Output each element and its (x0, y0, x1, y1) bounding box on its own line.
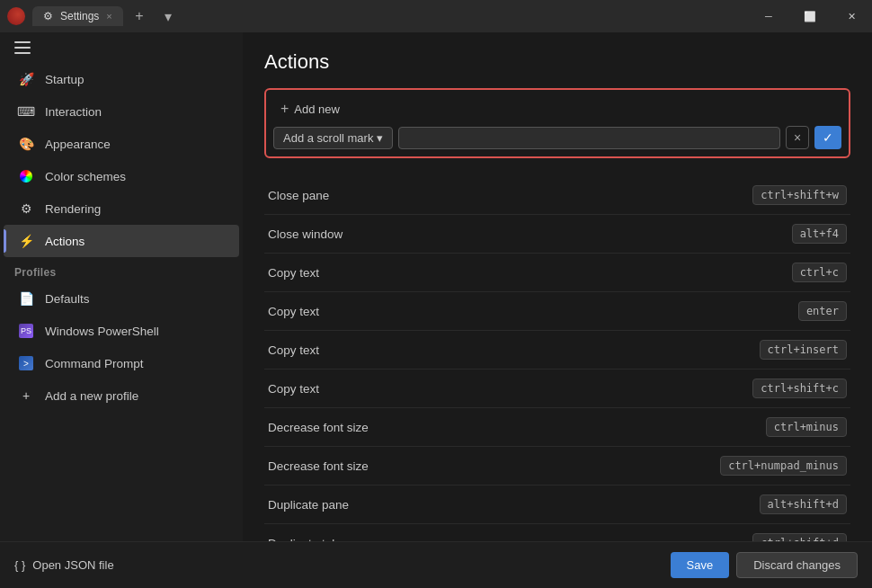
sidebar-item-powershell[interactable]: PS Windows PowerShell (4, 315, 239, 347)
actions-icon: ⚡ (18, 233, 34, 249)
sidebar-label-startup: Startup (45, 73, 85, 86)
sidebar-item-command-prompt[interactable]: > Command Prompt (4, 347, 239, 379)
sidebar-item-interaction[interactable]: ⌨ Interaction (4, 95, 239, 128)
sidebar-label-rendering: Rendering (45, 202, 101, 216)
scroll-mark-row: Add a scroll mark ▾ × ✓ (273, 126, 841, 149)
active-indicator (4, 229, 6, 252)
open-json-label: Open JSON file (32, 558, 113, 572)
new-tab-button[interactable]: + (127, 5, 152, 27)
rendering-icon: ⚙ (18, 200, 34, 217)
sidebar-label-interaction: Interaction (45, 105, 102, 119)
sidebar-item-defaults[interactable]: 📄 Defaults (4, 282, 239, 315)
color-schemes-icon (18, 168, 34, 184)
settings-tab[interactable]: ⚙ Settings × (32, 6, 123, 26)
action-shortcut: enter (798, 301, 847, 321)
sidebar-item-startup[interactable]: 🚀 Startup (4, 63, 239, 95)
titlebar: ⚙ Settings × + ▾ ─ ⬜ ✕ (0, 0, 872, 32)
plus-icon: + (280, 101, 289, 117)
close-tab-button[interactable]: × (106, 11, 111, 22)
table-row: Decrease font size ctrl+minus (264, 408, 850, 447)
sidebar-label-add-profile: Add a new profile (45, 389, 138, 403)
interaction-icon: ⌨ (18, 103, 34, 120)
action-name: Copy text (268, 266, 319, 280)
bottombar: { } Open JSON file Save Discard changes (0, 541, 872, 588)
startup-icon: 🚀 (18, 71, 34, 87)
add-new-label: Add new (294, 102, 340, 116)
sidebar-label-color-schemes: Color schemes (45, 170, 126, 183)
hamburger-icon (14, 41, 31, 54)
save-button[interactable]: Save (671, 552, 730, 578)
app-icon (7, 7, 25, 25)
action-shortcut: ctrl+shift+c (752, 379, 847, 398)
sidebar-item-actions[interactable]: ⚡ Actions (4, 225, 239, 257)
table-row: Copy text ctrl+c (264, 254, 850, 292)
hamburger-button[interactable] (0, 32, 243, 63)
scroll-mark-label: Add a scroll mark (283, 131, 373, 145)
add-new-button[interactable]: + Add new (273, 97, 347, 120)
table-row: Copy text ctrl+shift+c (264, 370, 850, 408)
table-row: Duplicate pane alt+shift+d (264, 486, 850, 524)
tab-label: Settings (60, 10, 99, 22)
action-name: Close pane (268, 189, 329, 202)
chevron-down-icon: ▾ (377, 131, 383, 145)
content-area: Actions + Add new Add a scroll mark ▾ × … (243, 32, 872, 541)
gear-icon: ⚙ (43, 10, 53, 22)
sidebar-label-actions: Actions (45, 235, 85, 248)
action-name: Copy text (268, 343, 319, 357)
action-shortcut: ctrl+c (792, 263, 847, 282)
defaults-icon: 📄 (18, 290, 34, 307)
action-shortcut: alt+f4 (792, 224, 847, 244)
sidebar-item-color-schemes[interactable]: Color schemes (4, 160, 239, 192)
scroll-mark-input[interactable] (398, 127, 780, 149)
action-shortcut: ctrl+shift+w (752, 185, 847, 205)
add-profile-icon: + (18, 388, 34, 404)
add-new-card: + Add new Add a scroll mark ▾ × ✓ (264, 88, 850, 158)
action-shortcut: ctrl+numpad_minus (720, 456, 847, 476)
clear-button[interactable]: × (786, 126, 809, 149)
confirm-button[interactable]: ✓ (814, 126, 841, 149)
sidebar-item-rendering[interactable]: ⚙ Rendering (4, 192, 239, 225)
appearance-icon: 🎨 (18, 136, 34, 152)
new-tab-dropdown[interactable]: ▾ (156, 5, 181, 27)
table-row: Copy text enter (264, 292, 850, 331)
sidebar-item-add-profile[interactable]: + Add a new profile (4, 379, 239, 412)
page-title: Actions (264, 50, 850, 74)
sidebar-label-defaults: Defaults (45, 292, 90, 306)
window-controls: ─ ⬜ ✕ (748, 0, 872, 32)
action-name: Duplicate pane (268, 498, 349, 512)
sidebar-label-powershell: Windows PowerShell (45, 325, 159, 338)
maximize-button[interactable]: ⬜ (789, 0, 831, 32)
sidebar: 🚀 Startup ⌨ Interaction 🎨 Appearance Col… (0, 32, 243, 541)
discard-button[interactable]: Discard changes (736, 552, 858, 578)
action-shortcut: ctrl+insert (760, 340, 847, 360)
scroll-mark-dropdown[interactable]: Add a scroll mark ▾ (273, 127, 393, 149)
open-json-button[interactable]: { } Open JSON file (14, 558, 114, 572)
table-row: Copy text ctrl+insert (264, 331, 850, 370)
action-shortcut: ctrl+minus (766, 417, 847, 437)
sidebar-item-appearance[interactable]: 🎨 Appearance (4, 128, 239, 160)
minimize-button[interactable]: ─ (748, 0, 789, 32)
sidebar-label-appearance: Appearance (45, 138, 111, 151)
table-row: Close window alt+f4 (264, 215, 850, 254)
action-name: Copy text (268, 382, 319, 396)
sidebar-label-cmd: Command Prompt (45, 357, 144, 370)
action-shortcut: alt+shift+d (760, 494, 847, 514)
table-row: Decrease font size ctrl+numpad_minus (264, 447, 850, 486)
actions-list: Close pane ctrl+shift+w Close window alt… (264, 176, 850, 541)
action-name: Close window (268, 227, 343, 241)
action-shortcut: ctrl+shift+d (752, 533, 847, 541)
close-window-button[interactable]: ✕ (831, 0, 872, 32)
json-icon: { } (14, 558, 25, 572)
action-name: Decrease font size (268, 421, 369, 434)
action-name: Copy text (268, 305, 319, 318)
main-layout: 🚀 Startup ⌨ Interaction 🎨 Appearance Col… (0, 32, 872, 541)
table-row: Close pane ctrl+shift+w (264, 176, 850, 215)
powershell-icon: PS (18, 323, 34, 339)
bottom-right-controls: Save Discard changes (671, 552, 858, 578)
action-name: Decrease font size (268, 459, 369, 473)
profiles-section-label: Profiles (0, 257, 243, 282)
cmd-icon: > (18, 355, 34, 371)
table-row: Duplicate tab ctrl+shift+d (264, 524, 850, 541)
